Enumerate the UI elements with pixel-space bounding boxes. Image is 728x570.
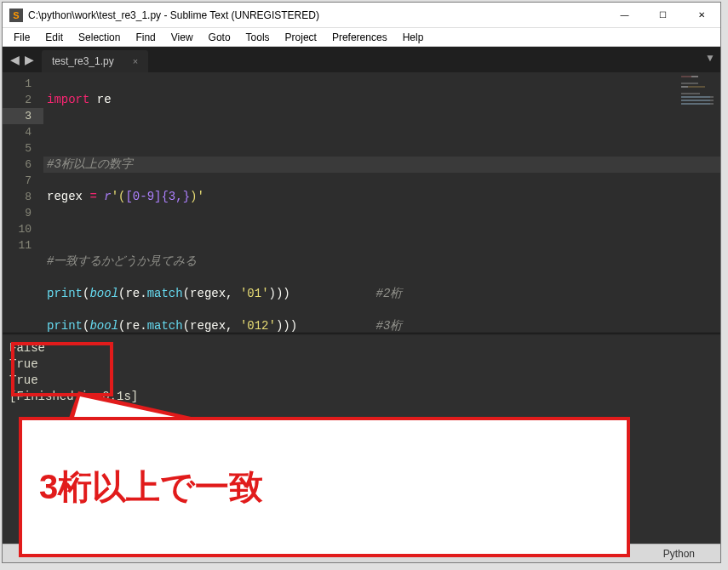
minimap[interactable]	[681, 76, 715, 118]
output-line-2: True	[9, 357, 38, 371]
annotation-callout-box: 3桁以上で一致	[19, 417, 630, 557]
menu-edit[interactable]: Edit	[37, 30, 71, 45]
tab-bar: ◀ ▶ test_re3_1.py × ▼	[3, 47, 720, 72]
gutter: 1 2 3 4 5 6 7 8 9 10 11	[3, 72, 43, 333]
menu-view[interactable]: View	[163, 30, 201, 45]
close-button[interactable]: ✕	[682, 3, 720, 27]
window-title: C:\python\work\test_re3_1.py - Sublime T…	[28, 9, 605, 21]
tab-overflow-icon[interactable]: ▼	[705, 52, 715, 64]
tab-label: test_re3_1.py	[52, 55, 114, 67]
code-content[interactable]: import re #3桁以上の数字 regex = r'([0-9]{3,})…	[43, 72, 720, 333]
output-line-1: False	[9, 341, 45, 355]
tab-close-icon[interactable]: ×	[133, 56, 138, 66]
menu-file[interactable]: File	[6, 30, 37, 45]
menu-goto[interactable]: Goto	[201, 30, 238, 45]
menu-help[interactable]: Help	[395, 30, 432, 45]
title-bar: S C:\python\work\test_re3_1.py - Sublime…	[3, 3, 720, 28]
output-line-3: True	[9, 373, 38, 387]
menu-tools[interactable]: Tools	[238, 30, 278, 45]
app-icon: S	[9, 9, 23, 22]
menu-preferences[interactable]: Preferences	[324, 30, 395, 45]
status-syntax[interactable]: Python	[663, 548, 695, 560]
menu-bar: File Edit Selection Find View Goto Tools…	[3, 28, 720, 47]
maximize-button[interactable]: ☐	[644, 3, 682, 27]
annotation-text: 3桁以上で一致	[39, 464, 263, 510]
tab-prev-icon[interactable]: ◀	[8, 53, 22, 66]
menu-find[interactable]: Find	[128, 30, 163, 45]
tab-next-icon[interactable]: ▶	[22, 53, 37, 66]
output-line-4: [Finished in 0.1s]	[9, 390, 138, 403]
tab-file-0[interactable]: test_re3_1.py ×	[42, 50, 148, 72]
menu-project[interactable]: Project	[278, 30, 324, 45]
menu-selection[interactable]: Selection	[71, 30, 128, 45]
minimize-button[interactable]: —	[605, 3, 644, 27]
editor-area[interactable]: 1 2 3 4 5 6 7 8 9 10 11 import re #3桁以上の…	[3, 72, 720, 333]
